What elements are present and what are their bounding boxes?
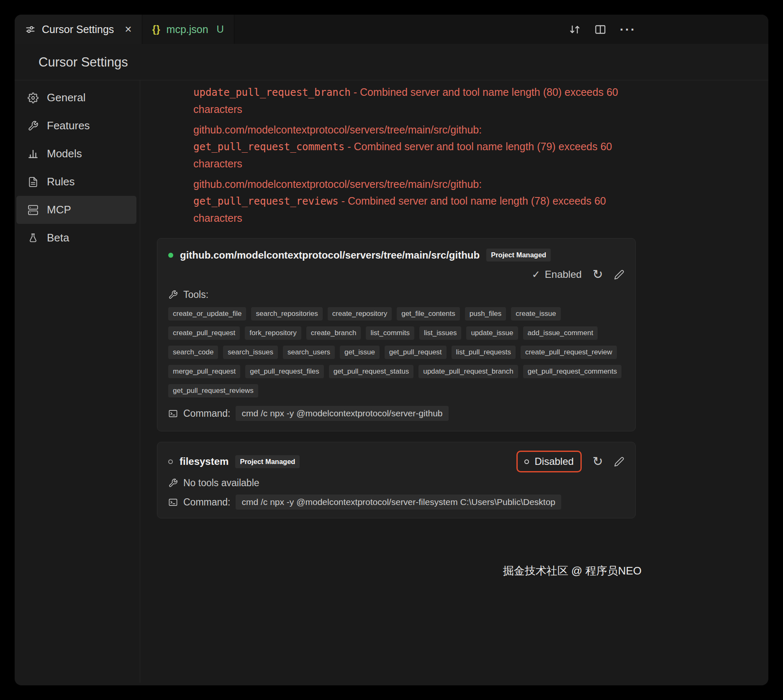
error-message: github.com/modelcontextprotocol/servers/…	[193, 176, 624, 226]
server-status-label: Disabled	[534, 456, 573, 467]
tool-chip: get_pull_request_files	[245, 365, 323, 378]
tab-cursor-settings[interactable]: Cursor Settings ×	[15, 15, 142, 44]
app-window: Cursor Settings × {} mcp.json U ···	[15, 15, 768, 685]
tool-chip: list_issues	[419, 326, 461, 340]
server-status-dot	[168, 459, 173, 464]
sidebar-item-features[interactable]: Features	[16, 112, 136, 140]
tool-chip: update_pull_request_branch	[418, 365, 518, 378]
git-compare-icon[interactable]	[569, 23, 581, 36]
split-editor-icon[interactable]	[594, 23, 606, 36]
terminal-icon	[168, 409, 178, 418]
sidebar-item-label: General	[47, 91, 86, 104]
tool-chip: merge_pull_request	[168, 365, 240, 378]
sidebar-item-general[interactable]: General	[16, 84, 136, 112]
page-title: Cursor Settings	[39, 55, 768, 70]
document-icon	[26, 177, 40, 187]
edit-pencil-icon[interactable]	[614, 269, 624, 280]
watermark: 掘金技术社区 @ 程序员NEO	[503, 564, 642, 578]
tool-chip: list_pull_requests	[452, 346, 516, 359]
tool-chip: get_issue	[340, 346, 380, 359]
tool-chip: create_repository	[328, 307, 392, 321]
tools-icon	[168, 478, 178, 488]
tool-chip: update_issue	[466, 326, 518, 340]
bar-chart-icon	[26, 149, 40, 159]
hollow-circle-icon	[524, 459, 529, 464]
server-disabled-toggle[interactable]: Disabled	[516, 451, 581, 472]
tool-chip: fork_repository	[245, 326, 301, 340]
tools-icon	[168, 290, 178, 300]
sidebar-item-beta[interactable]: Beta	[16, 224, 136, 252]
sidebar-item-label: Models	[47, 147, 82, 160]
close-icon[interactable]: ×	[125, 23, 131, 35]
command-value: cmd /c npx -y @modelcontextprotocol/serv…	[236, 406, 448, 421]
tab-mcp-json[interactable]: {} mcp.json U	[142, 15, 234, 44]
json-braces-icon: {}	[152, 24, 161, 35]
sidebar-item-label: MCP	[47, 203, 71, 216]
command-label: Command:	[183, 497, 230, 508]
tool-chip: get_file_contents	[397, 307, 460, 321]
editor-actions: ···	[569, 15, 636, 44]
flask-icon	[26, 233, 40, 244]
tools-label: No tools available	[183, 477, 259, 489]
refresh-icon[interactable]: ↻	[593, 268, 603, 281]
tool-chip: get_pull_request_status	[329, 365, 414, 378]
sidebar-item-label: Features	[47, 119, 90, 132]
tool-chip: get_pull_request	[385, 346, 447, 359]
git-status-badge: U	[217, 23, 224, 35]
project-managed-badge: Project Managed	[486, 249, 551, 262]
check-icon: ✓	[532, 269, 540, 280]
mcp-settings-panel: update_pull_request_branch - Combined se…	[140, 80, 768, 683]
page-header: Cursor Settings	[15, 44, 768, 80]
tool-chip: search_code	[168, 346, 218, 359]
sidebar-item-rules[interactable]: Rules	[16, 168, 136, 196]
sidebar-item-mcp[interactable]: MCP	[16, 196, 136, 224]
tool-chip: create_branch	[306, 326, 361, 340]
sidebar-item-label: Rules	[47, 175, 74, 188]
tab-label: Cursor Settings	[42, 23, 114, 36]
command-label: Command:	[183, 408, 230, 419]
tool-chip: list_commits	[366, 326, 414, 340]
tool-chip: search_users	[283, 346, 335, 359]
server-name: filesystem	[180, 456, 228, 467]
command-value: cmd /c npx -y @modelcontextprotocol/serv…	[236, 495, 561, 510]
sliders-icon	[25, 24, 36, 35]
wrench-icon	[26, 121, 40, 131]
settings-sidebar: General Features Models Rules	[15, 80, 140, 683]
error-message: update_pull_request_branch - Combined se…	[193, 84, 624, 118]
server-icon	[26, 205, 40, 215]
tool-chip: add_issue_comment	[523, 326, 598, 340]
more-actions-icon[interactable]: ···	[620, 26, 636, 33]
refresh-icon[interactable]: ↻	[593, 455, 603, 468]
error-message: github.com/modelcontextprotocol/servers/…	[193, 121, 624, 172]
tool-chip-list: create_or_update_filesearch_repositories…	[168, 307, 624, 397]
tool-chip: create_or_update_file	[168, 307, 246, 321]
sidebar-item-label: Beta	[47, 231, 69, 244]
tool-chip: create_pull_request	[168, 326, 240, 340]
mcp-server-card-filesystem: filesystem Project Managed Disabled ↻	[157, 442, 636, 518]
tool-chip: get_pull_request_reviews	[168, 384, 258, 397]
server-name: github.com/modelcontextprotocol/servers/…	[180, 249, 480, 261]
edit-pencil-icon[interactable]	[614, 456, 624, 467]
tool-chip: search_repositories	[251, 307, 322, 321]
server-status-label: Enabled	[545, 269, 582, 280]
gear-icon	[26, 92, 40, 103]
tools-label: Tools:	[183, 289, 208, 300]
mcp-server-card-github: github.com/modelcontextprotocol/servers/…	[157, 238, 636, 431]
tool-chip: search_issues	[223, 346, 278, 359]
project-managed-badge: Project Managed	[235, 455, 300, 468]
server-status-dot	[168, 253, 173, 258]
tool-chip: create_issue	[511, 307, 560, 321]
terminal-icon	[168, 497, 178, 507]
tool-chip: get_pull_request_comments	[523, 365, 622, 378]
tool-chip: push_files	[465, 307, 506, 321]
server-enabled-toggle[interactable]: ✓ Enabled	[532, 269, 582, 280]
editor-tab-bar: Cursor Settings × {} mcp.json U ···	[15, 15, 768, 44]
tab-label: mcp.json	[167, 23, 208, 36]
mcp-error-list: update_pull_request_branch - Combined se…	[193, 84, 624, 226]
sidebar-item-models[interactable]: Models	[16, 140, 136, 168]
tool-chip: create_pull_request_review	[521, 346, 617, 359]
